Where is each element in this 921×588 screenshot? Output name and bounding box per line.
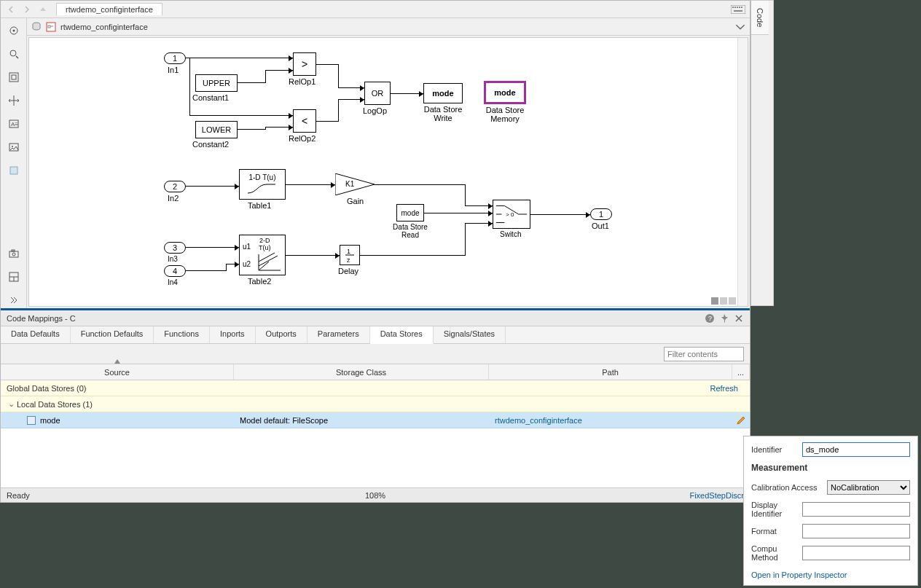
tab-signals-states[interactable]: Signals/States <box>434 326 506 343</box>
svg-rect-18 <box>9 251 18 257</box>
format-input[interactable] <box>802 524 910 538</box>
zoom-icon[interactable] <box>6 46 22 62</box>
local-data-stores-group[interactable]: ⌄ Local Data Stores (1) <box>1 396 750 412</box>
breadcrumb-text[interactable]: rtwdemo_configinterface <box>60 23 731 31</box>
camera-icon[interactable] <box>6 246 22 262</box>
table1-val: 1-D T(u) <box>248 173 275 181</box>
global-data-stores-group[interactable]: Global Data Stores (0) Refresh <box>1 380 750 396</box>
target-icon[interactable] <box>6 23 22 39</box>
open-property-inspector-link[interactable]: Open in Property Inspector <box>751 571 847 579</box>
tab-function-defaults[interactable]: Function Defaults <box>71 326 154 343</box>
label-logop: LogOp <box>363 106 387 115</box>
identifier-input[interactable] <box>802 442 910 457</box>
block-table2[interactable]: u1 u2 2-D T(u) <box>239 235 286 275</box>
block-dsr[interactable]: mode <box>396 204 424 222</box>
diagram-canvas[interactable]: 1 In1 UPPER Constant1 LOWER Constant2 > … <box>28 37 748 307</box>
label-gain: Gain <box>347 197 364 205</box>
svg-rect-5 <box>741 7 742 8</box>
image-icon[interactable] <box>6 139 22 155</box>
fit-icon[interactable] <box>6 69 22 85</box>
tab-parameters[interactable]: Parameters <box>307 326 370 343</box>
inport-in3[interactable]: 3 <box>164 242 186 254</box>
filter-row <box>1 344 750 364</box>
arrows-icon[interactable] <box>6 93 22 109</box>
forward-button[interactable] <box>20 2 34 17</box>
block-relop2[interactable]: < <box>293 109 316 133</box>
measurement-heading: Measurement <box>751 463 910 473</box>
block-relop1[interactable]: > <box>293 52 316 76</box>
pencil-icon <box>736 415 746 426</box>
th-path[interactable]: Path <box>489 364 732 380</box>
inport-in2[interactable]: 2 <box>164 181 186 192</box>
gain-val: K1 <box>345 180 355 188</box>
database-icon[interactable] <box>31 22 42 32</box>
top-toolbar: rtwdemo_configinterface <box>1 1 750 18</box>
th-more[interactable]: ... <box>732 364 750 380</box>
code-mappings-panel: Code Mappings - C ? Data Defaults Functi… <box>1 308 750 487</box>
table2-u2: u2 <box>243 260 251 268</box>
tab-inports[interactable]: Inports <box>210 326 256 343</box>
calibration-select[interactable]: NoCalibration <box>827 480 910 495</box>
back-button[interactable] <box>4 2 18 17</box>
code-side-tab[interactable]: Code <box>751 1 769 35</box>
outport-out1[interactable]: 1 <box>590 208 612 220</box>
format-label: Format <box>751 527 796 536</box>
row-edit[interactable] <box>732 415 750 426</box>
th-storage-class[interactable]: Storage Class <box>234 364 489 380</box>
display-id-input[interactable] <box>802 502 910 517</box>
region-icon[interactable] <box>6 162 22 179</box>
svg-text:A≡: A≡ <box>11 121 18 128</box>
canvas-scrollbar[interactable] <box>737 38 748 306</box>
annotation-icon[interactable]: A≡ <box>6 116 22 132</box>
block-dsm[interactable]: mode <box>484 81 526 104</box>
svg-marker-28 <box>335 173 375 195</box>
breadcrumb: rtwdemo_configinterface <box>27 18 750 36</box>
svg-rect-1 <box>732 7 734 8</box>
status-bar: Ready 108% FixedStepDiscr <box>1 487 750 502</box>
label-dsm: Data Store Memory <box>482 106 528 123</box>
label-in1: In1 <box>168 66 179 74</box>
block-constant2[interactable]: LOWER <box>195 121 238 138</box>
block-logop[interactable]: OR <box>364 82 391 105</box>
compu-input[interactable] <box>802 546 910 560</box>
inport-in4[interactable]: 4 <box>164 265 186 277</box>
dropdown-icon[interactable] <box>735 22 745 32</box>
view-switcher[interactable] <box>711 297 736 305</box>
block-delay[interactable]: 1z <box>340 245 360 265</box>
help-icon[interactable]: ? <box>705 313 715 324</box>
label-in2: In2 <box>168 194 179 203</box>
collapse-icon[interactable] <box>6 292 22 308</box>
inport-in1[interactable]: 1 <box>164 52 186 64</box>
block-table1[interactable]: 1-D T(u) <box>239 169 286 200</box>
row-path[interactable]: rtwdemo_configinterface <box>489 416 732 425</box>
label-constant2: Constant2 <box>192 140 229 149</box>
block-constant1[interactable]: UPPER <box>195 74 238 92</box>
refresh-link[interactable]: Refresh <box>710 384 738 393</box>
keyboard-icon[interactable] <box>729 4 747 15</box>
close-icon[interactable] <box>734 313 744 324</box>
tab-data-defaults[interactable]: Data Defaults <box>1 326 71 343</box>
model-icon[interactable] <box>46 22 56 32</box>
status-solver[interactable]: FixedStepDiscr <box>689 491 744 500</box>
up-button[interactable] <box>36 2 50 17</box>
row-storage-class[interactable]: Model default: FileScope <box>234 416 489 425</box>
th-source[interactable]: Source <box>1 364 234 380</box>
editor-tab[interactable]: rtwdemo_configinterface <box>56 3 162 15</box>
svg-rect-11 <box>9 73 18 82</box>
label-in4: In4 <box>168 278 178 286</box>
pin-icon[interactable] <box>719 313 729 324</box>
status-zoom[interactable]: 108% <box>365 491 385 500</box>
block-gain[interactable]: K1 <box>335 173 375 195</box>
tab-outports[interactable]: Outports <box>256 326 307 343</box>
chevron-down-icon[interactable]: ⌄ <box>7 399 15 409</box>
filter-input[interactable] <box>664 347 744 361</box>
canvas-wrap: rtwdemo_configinterface 1 In1 UPPER Cons… <box>27 18 750 308</box>
panel-icon[interactable] <box>6 269 22 285</box>
block-switch[interactable]: > 0 <box>493 200 530 229</box>
block-dsw[interactable]: mode <box>423 83 463 103</box>
datastore-icon <box>27 416 36 425</box>
svg-rect-4 <box>739 7 740 8</box>
table-row[interactable]: mode Model default: FileScope rtwdemo_co… <box>1 412 750 428</box>
tab-functions[interactable]: Functions <box>154 326 210 343</box>
tab-data-stores[interactable]: Data Stores <box>370 326 434 344</box>
